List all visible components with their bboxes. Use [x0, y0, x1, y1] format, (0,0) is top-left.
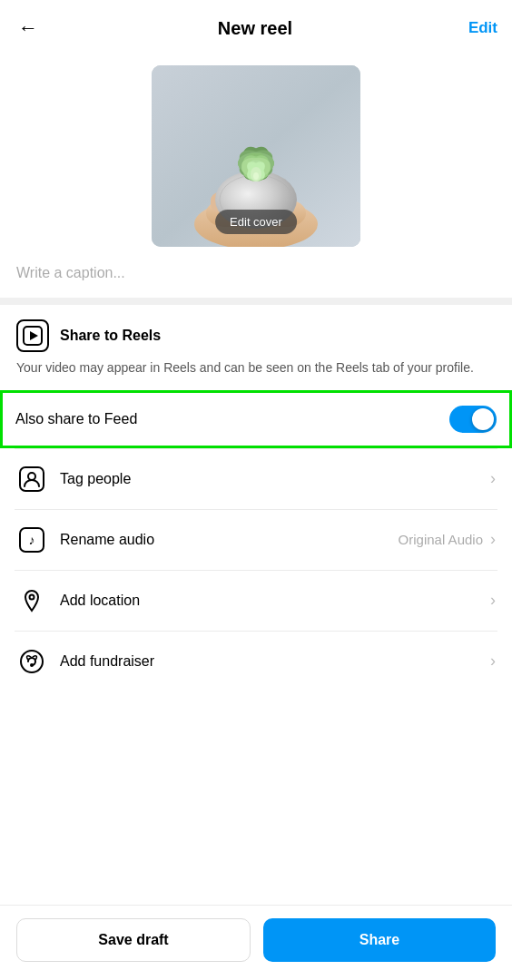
- caption-placeholder: Write a caption...: [16, 265, 125, 280]
- cover-image-wrapper: Edit cover: [152, 65, 360, 247]
- svg-point-35: [30, 663, 34, 667]
- tag-people-label: Tag people: [60, 471, 131, 487]
- edit-button[interactable]: Edit: [468, 19, 497, 37]
- add-fundraiser-left: Add fundraiser: [16, 646, 154, 677]
- svg-point-33: [30, 594, 34, 599]
- save-draft-button[interactable]: Save draft: [16, 918, 251, 962]
- toggle-knob: [472, 408, 494, 430]
- section-divider: [0, 298, 512, 305]
- header: ← New reel Edit: [0, 0, 512, 56]
- cover-container: Edit cover: [0, 56, 512, 252]
- add-fundraiser-label: Add fundraiser: [60, 653, 154, 670]
- rename-audio-left: ♪ Rename audio: [16, 524, 154, 555]
- add-location-right: ›: [490, 591, 496, 610]
- edit-cover-button[interactable]: Edit cover: [215, 210, 297, 234]
- svg-point-30: [28, 473, 35, 480]
- add-location-left: Add location: [16, 585, 140, 616]
- rename-audio-right: Original Audio ›: [399, 530, 496, 549]
- share-reels-description: Your video may appear in Reels and can b…: [16, 359, 496, 377]
- tag-people-icon: [16, 464, 47, 495]
- tag-people-row[interactable]: Tag people ›: [0, 449, 512, 509]
- bottom-spacer: [0, 691, 512, 773]
- caption-area[interactable]: Write a caption...: [0, 252, 512, 298]
- add-fundraiser-row[interactable]: Add fundraiser ›: [0, 632, 512, 691]
- fundraiser-icon: [16, 646, 47, 677]
- reels-icon: [16, 319, 49, 352]
- tag-people-left: Tag people: [16, 464, 131, 495]
- svg-text:♪: ♪: [29, 533, 35, 547]
- rename-audio-chevron: ›: [490, 530, 496, 549]
- add-location-row[interactable]: Add location ›: [0, 571, 512, 631]
- tag-people-right: ›: [490, 469, 496, 488]
- feed-share-row[interactable]: Also share to Feed: [0, 390, 512, 448]
- svg-point-34: [21, 651, 43, 672]
- page-title: New reel: [218, 18, 292, 39]
- share-reels-section: Share to Reels Your video may appear in …: [0, 305, 512, 390]
- rename-audio-label: Rename audio: [60, 532, 154, 548]
- share-reels-title: Share to Reels: [60, 328, 161, 344]
- add-location-chevron: ›: [490, 591, 496, 610]
- location-icon: [16, 585, 47, 616]
- add-fundraiser-right: ›: [490, 652, 496, 671]
- rename-audio-icon: ♪: [16, 524, 47, 555]
- feed-share-label: Also share to Feed: [15, 411, 137, 427]
- back-button[interactable]: ←: [15, 13, 42, 44]
- svg-point-26: [253, 172, 259, 180]
- rename-audio-value: Original Audio: [399, 532, 483, 547]
- add-fundraiser-chevron: ›: [490, 652, 496, 671]
- svg-marker-28: [30, 331, 38, 340]
- rename-audio-row[interactable]: ♪ Rename audio Original Audio ›: [0, 510, 512, 570]
- tag-people-chevron: ›: [490, 469, 496, 488]
- share-button[interactable]: Share: [263, 918, 496, 962]
- share-reels-header: Share to Reels: [16, 319, 496, 352]
- feed-toggle-switch[interactable]: [449, 406, 497, 433]
- bottom-bar: Save draft Share: [0, 905, 512, 980]
- add-location-label: Add location: [60, 593, 140, 609]
